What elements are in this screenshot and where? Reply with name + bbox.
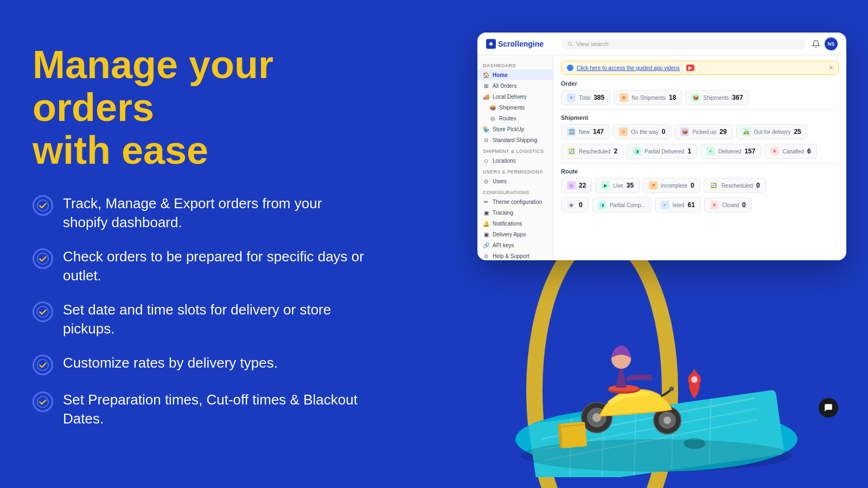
- partial-completed-icon: ◑: [598, 201, 607, 209]
- sidebar-item-delivery-apps[interactable]: ▣ Delivery Apps: [477, 229, 553, 240]
- closed-icon: ✕: [710, 201, 719, 209]
- stat-completed: ✓ leted 61: [655, 197, 701, 213]
- out-for-delivery-value: 25: [794, 128, 801, 136]
- svg-line-14: [662, 404, 682, 470]
- stat-picked-up: 📦 Picked up 29: [674, 124, 732, 139]
- live-value: 35: [627, 182, 634, 189]
- sidebar-item-all-orders[interactable]: ⊞ All Orders: [477, 80, 553, 91]
- stat-no-shipments: ⊗ No Shipments 18: [614, 90, 682, 105]
- svg-point-29: [691, 376, 698, 383]
- feature-list: Track, Manage & Export orders from your …: [33, 194, 369, 429]
- check-icon-4: [33, 355, 53, 375]
- feature-item-1: Track, Manage & Export orders from your …: [33, 194, 369, 232]
- stat-out-for-delivery: 🛵 Out for delivery 25: [736, 124, 807, 139]
- svg-point-26: [611, 349, 631, 369]
- svg-point-22: [663, 416, 671, 424]
- closed-value: 0: [742, 201, 746, 209]
- total-icon: ≡: [567, 93, 576, 102]
- announcement-dot: [567, 65, 573, 71]
- check-icon-2: [33, 248, 53, 269]
- user-icon: ⊙: [483, 178, 489, 184]
- feature-item-4: Customize rates by delivery types.: [33, 354, 369, 375]
- svg-line-9: [541, 409, 758, 450]
- delivered-icon: ✓: [706, 147, 715, 156]
- svg-point-6: [515, 407, 797, 472]
- stat-cancelled: ✕ Canalled 6: [764, 144, 816, 159]
- svg-rect-30: [558, 422, 584, 448]
- svg-point-19: [592, 413, 601, 422]
- sidebar-item-local-delivery[interactable]: 🚚 Local Delivery: [477, 91, 553, 102]
- no-shipments-label: No Shipments: [631, 95, 666, 101]
- total-label: Total: [579, 95, 590, 101]
- sidebar-item-locations[interactable]: ◇ Locations: [477, 155, 553, 166]
- sidebar-theme-label: Theme configuration: [493, 199, 542, 205]
- cancelled-label: Canalled: [782, 149, 803, 155]
- completed-label: leted: [673, 202, 685, 208]
- svg-line-12: [593, 414, 613, 477]
- new-value: 147: [593, 128, 604, 136]
- out-for-delivery-label: Out for delivery: [754, 129, 791, 135]
- notifications-icon: 🔔: [483, 220, 489, 227]
- on-the-way-icon: ⊙: [619, 127, 628, 136]
- shipment-stats-row-2: 🔄 Rescheduled 2 ◑ Partial Delivered 1 ✓ …: [561, 144, 839, 159]
- header-right: NS: [812, 37, 838, 50]
- svg-point-1: [37, 253, 48, 264]
- app-panel: Scrollengine View search NS Dashboard 🏠 …: [477, 33, 846, 260]
- bell-icon: [812, 40, 820, 48]
- svg-line-8: [540, 398, 756, 439]
- completed-value: 61: [688, 201, 695, 209]
- sidebar-standard-shipping-label: Standard Shipping: [493, 137, 537, 143]
- feature-text-1: Track, Manage & Export orders from your …: [63, 194, 369, 232]
- sidebar-store-pickup-label: Store PickUp: [493, 126, 524, 132]
- rescheduled-label: Rescheduled: [579, 149, 610, 155]
- live-icon: ▶: [601, 181, 610, 190]
- illustration-svg: [499, 293, 814, 477]
- store-icon: 🏪: [483, 126, 489, 132]
- sidebar-item-api-keys[interactable]: 🔗 API keys: [477, 240, 553, 251]
- sidebar-item-store-pickup[interactable]: 🏪 Store PickUp: [477, 124, 553, 134]
- svg-point-27: [684, 438, 705, 449]
- completed-icon: ✓: [661, 201, 669, 209]
- live-label: Live: [613, 183, 623, 189]
- svg-point-0: [37, 200, 48, 210]
- stat-total: ≡ Total 385: [561, 90, 610, 105]
- stat-route-1: ◎ 22: [561, 178, 592, 193]
- feature-text-4: Customize rates by delivery types.: [63, 354, 278, 373]
- picked-up-value: 29: [719, 128, 726, 136]
- sidebar-item-shipments[interactable]: 📦 Shipments: [477, 102, 553, 113]
- location-icon: ◇: [483, 157, 489, 164]
- incomplete-value: 0: [691, 182, 694, 189]
- sidebar-item-standard-shipping[interactable]: ⊙ Standard Shipping: [477, 134, 553, 145]
- sidebar: Dashboard 🏠 Home ⊞ All Orders 🚚 Local De…: [477, 55, 553, 260]
- user-avatar[interactable]: NS: [825, 37, 838, 50]
- partial-delivered-icon: ◑: [633, 147, 641, 156]
- sidebar-item-theme-config[interactable]: ✏ Theme configuration: [477, 196, 553, 207]
- route2-icon: ◉: [567, 201, 576, 209]
- search-bar[interactable]: View search: [562, 38, 805, 49]
- shipments-label: Shipments: [703, 95, 729, 101]
- home-icon: 🏠: [483, 72, 489, 78]
- sidebar-item-home[interactable]: 🏠 Home: [477, 69, 553, 80]
- svg-point-3: [37, 359, 48, 370]
- sidebar-item-tracking[interactable]: ▣ Tracking: [477, 207, 553, 218]
- sidebar-item-users[interactable]: ⊙ Users: [477, 176, 553, 187]
- announcement-text[interactable]: Click here to access the guided app vide…: [577, 65, 680, 71]
- svg-point-25: [669, 387, 674, 391]
- sidebar-item-notifications[interactable]: 🔔 Notifications: [477, 218, 553, 229]
- sidebar-label-config: Configurations: [477, 187, 553, 196]
- feature-text-3: Set date and time slots for delivery or …: [63, 300, 369, 338]
- route2-value: 0: [579, 201, 583, 209]
- sidebar-item-help[interactable]: ⊙ Help & Support: [477, 251, 553, 260]
- check-icon-3: [33, 301, 53, 322]
- chat-bubble-button[interactable]: [819, 398, 838, 418]
- on-the-way-label: On the way: [631, 129, 659, 135]
- partial-completed-label: Partial Comp...: [610, 202, 646, 208]
- on-the-way-value: 0: [662, 128, 666, 136]
- video-badge[interactable]: ▶: [686, 65, 694, 71]
- stat-rescheduled: 🔄 Rescheduled 2: [561, 144, 623, 159]
- new-label: New: [579, 129, 590, 135]
- sidebar-local-delivery-label: Local Delivery: [493, 94, 527, 100]
- sidebar-item-routes[interactable]: ◎ Routes: [477, 113, 553, 124]
- announcement-bar: Click here to access the guided app vide…: [561, 61, 839, 75]
- close-announcement-button[interactable]: ✕: [828, 64, 834, 72]
